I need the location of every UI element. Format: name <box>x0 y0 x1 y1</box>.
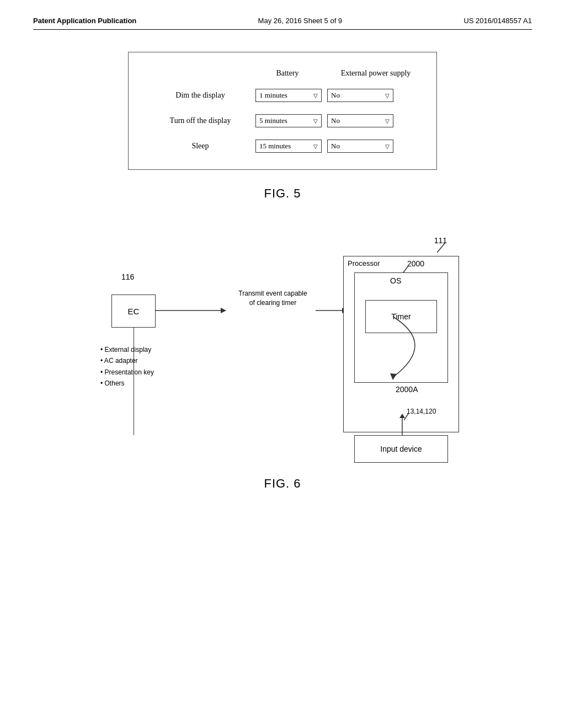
svg-line-0 <box>437 243 445 253</box>
dim-display-external-value: No <box>331 91 340 100</box>
dim-display-external-arrow-icon: ▽ <box>385 93 390 99</box>
turnoff-display-label: Turn off the display <box>145 116 255 125</box>
turnoff-display-battery-arrow-icon: ▽ <box>313 118 318 124</box>
bullet-presentation-key: • Presentation key <box>100 367 154 378</box>
input-device-label: Input device <box>380 445 422 453</box>
label-116: 116 <box>121 272 134 281</box>
ec-to-transmit-arrow <box>156 306 227 317</box>
timer-curved-arrow <box>343 300 454 388</box>
dim-display-row: Dim the display 1 minutes ▽ No ▽ <box>145 89 420 102</box>
dim-display-label: Dim the display <box>145 91 255 100</box>
col-external-header: External power supply <box>332 69 420 78</box>
header-patent-number: US 2016/0148557 A1 <box>463 17 532 25</box>
turnoff-display-row: Turn off the display 5 minutes ▽ No ▽ <box>145 114 420 127</box>
sleep-label: Sleep <box>145 142 255 151</box>
sleep-row: Sleep 15 minutes ▽ No ▽ <box>145 140 420 153</box>
page-header: Patent Application Publication May 26, 2… <box>33 17 532 30</box>
sleep-dropdowns: 15 minutes ▽ No ▽ <box>255 140 393 153</box>
header-date-sheet: May 26, 2016 Sheet 5 of 9 <box>258 17 343 25</box>
fig6-diagram: 111 116 EC Transmit event capableof clea… <box>95 228 470 465</box>
bracket-13-icon <box>404 414 413 421</box>
svg-marker-6 <box>390 373 397 380</box>
input-device-box: Input device <box>354 435 448 463</box>
settings-header-row: Battery External power supply <box>145 69 420 78</box>
fig5-section: Battery External power supply Dim the di… <box>33 52 532 201</box>
turnoff-display-battery-value: 5 minutes <box>259 116 287 125</box>
sleep-external-value: No <box>331 142 340 151</box>
turnoff-display-battery-dropdown[interactable]: 5 minutes ▽ <box>255 114 322 127</box>
os-label: OS <box>390 276 401 285</box>
header-publication-label: Patent Application Publication <box>33 17 136 25</box>
page: Patent Application Publication May 26, 2… <box>0 0 565 728</box>
fig6-caption: FIG. 6 <box>264 477 301 491</box>
dim-display-battery-dropdown[interactable]: 1 minutes ▽ <box>255 89 322 102</box>
turnoff-display-external-arrow-icon: ▽ <box>385 118 390 124</box>
dim-display-external-dropdown[interactable]: No ▽ <box>327 89 393 102</box>
sleep-external-dropdown[interactable]: No ▽ <box>327 140 393 153</box>
fig5-caption: FIG. 5 <box>264 186 301 201</box>
settings-table-box: Battery External power supply Dim the di… <box>128 52 437 170</box>
fig6-section: 111 116 EC Transmit event capableof clea… <box>33 228 532 491</box>
bullet-external-display: • External display <box>100 344 154 355</box>
processor-label: Processor <box>348 259 380 267</box>
sleep-battery-arrow-icon: ▽ <box>313 143 318 149</box>
turnoff-display-external-dropdown[interactable]: No ▽ <box>327 114 393 127</box>
sleep-external-arrow-icon: ▽ <box>385 143 390 149</box>
svg-marker-2 <box>221 308 226 313</box>
ec-label: EC <box>128 307 140 316</box>
ec-box: EC <box>111 295 156 328</box>
transmit-event-label: Transmit event capableof clearing timer <box>230 289 316 308</box>
turnoff-display-dropdowns: 5 minutes ▽ No ▽ <box>255 114 393 127</box>
label-2000a: 2000A <box>396 385 418 394</box>
dim-display-battery-value: 1 minutes <box>259 91 287 100</box>
col-battery-header: Battery <box>243 69 332 78</box>
turnoff-display-external-value: No <box>331 116 340 125</box>
svg-line-9 <box>404 414 408 420</box>
bracket-111-icon <box>437 243 454 254</box>
dim-display-battery-arrow-icon: ▽ <box>313 93 318 99</box>
sleep-battery-dropdown[interactable]: 15 minutes ▽ <box>255 140 322 153</box>
sleep-battery-value: 15 minutes <box>259 142 291 151</box>
dim-display-dropdowns: 1 minutes ▽ No ▽ <box>255 89 393 102</box>
ec-bullets-list: • External display • AC adapter • Presen… <box>100 344 154 389</box>
bullet-ac-adapter: • AC adapter <box>100 355 154 366</box>
bullet-others: • Others <box>100 378 154 389</box>
